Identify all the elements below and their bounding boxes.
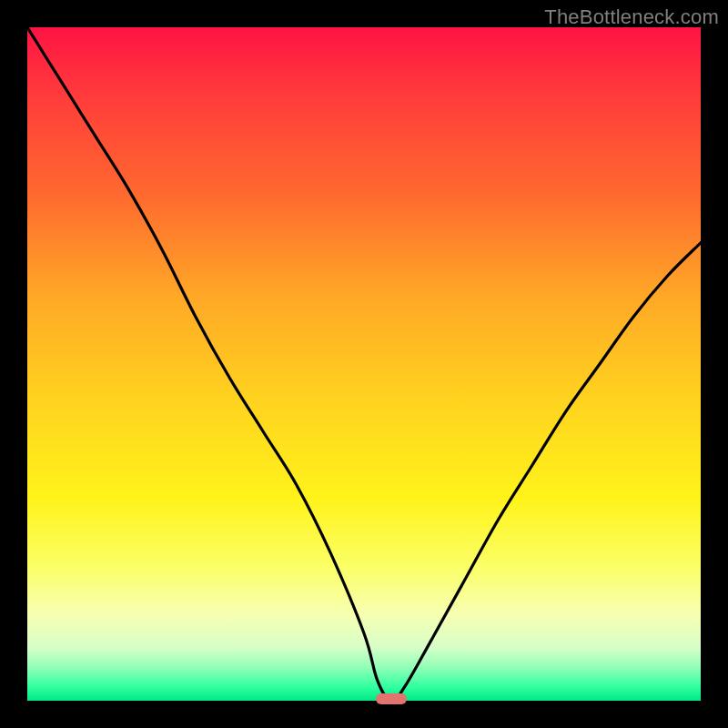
watermark-text: TheBottleneck.com: [544, 5, 719, 29]
plot-area: [27, 27, 701, 701]
chart-frame: TheBottleneck.com: [0, 0, 728, 728]
bottleneck-curve: [27, 27, 701, 701]
minimum-marker: [376, 693, 407, 704]
curve-svg: [27, 27, 701, 701]
